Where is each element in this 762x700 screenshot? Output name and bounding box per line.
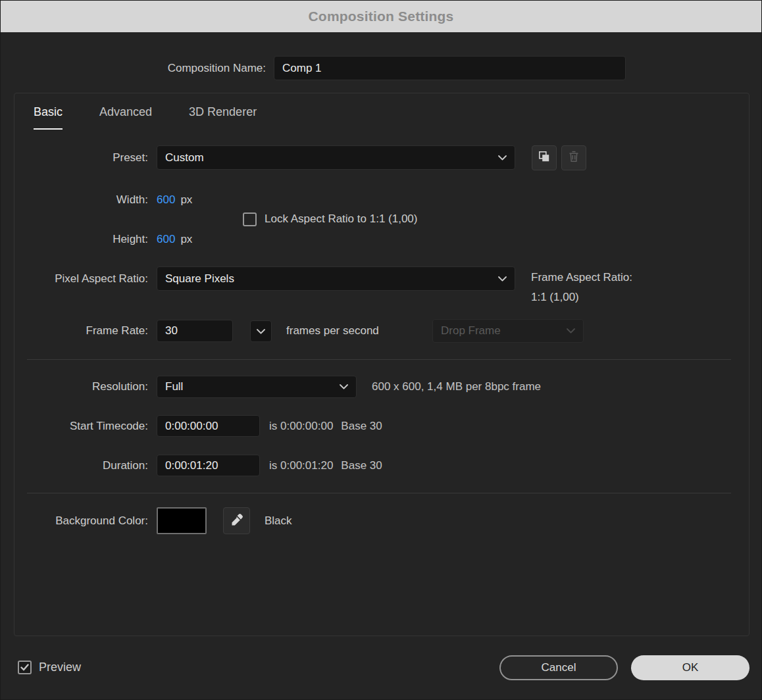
duration-base: Base 30 xyxy=(341,459,382,472)
preview-label: Preview xyxy=(39,661,81,674)
frame-rate-row: Frame Rate: frames per second xyxy=(1,320,379,342)
drop-frame-dropdown[interactable]: Drop Frame xyxy=(432,319,584,343)
preset-row: Preset: Custom xyxy=(1,145,586,170)
preview-toggle: Preview xyxy=(18,661,81,674)
duration-row: Duration: is 0:00:01:20 Base 30 xyxy=(1,455,382,476)
start-timecode-info: is 0:00:00:00 xyxy=(269,420,333,433)
frame-rate-input[interactable] xyxy=(157,320,233,342)
chevron-down-icon xyxy=(340,384,348,389)
background-color-name: Black xyxy=(265,514,292,528)
divider xyxy=(27,493,731,493)
preset-value: Custom xyxy=(165,151,204,164)
tab-bar: Basic Advanced 3D Renderer xyxy=(34,105,257,130)
composition-name-row: Composition Name: xyxy=(1,56,626,80)
resolution-label: Resolution: xyxy=(1,380,148,393)
tab-advanced[interactable]: Advanced xyxy=(99,105,152,130)
lock-aspect-label: Lock Aspect Ratio to 1:1 (1,00) xyxy=(265,213,417,226)
background-color-row: Background Color: Black xyxy=(1,507,292,534)
frame-rate-label: Frame Rate: xyxy=(1,324,148,338)
frame-rate-suffix: frames per second xyxy=(286,324,379,338)
frame-aspect-value: 1:1 (1,00) xyxy=(531,288,632,307)
height-unit: px xyxy=(180,233,192,246)
frame-aspect-block: Frame Aspect Ratio: 1:1 (1,00) xyxy=(531,268,632,307)
start-timecode-base: Base 30 xyxy=(341,420,382,433)
ok-button[interactable]: OK xyxy=(631,655,749,680)
pixel-aspect-row: Pixel Aspect Ratio: Square Pixels xyxy=(1,266,515,291)
resolution-value: Full xyxy=(165,380,183,393)
pixel-aspect-label: Pixel Aspect Ratio: xyxy=(1,272,148,286)
width-label: Width: xyxy=(1,193,148,207)
chevron-down-icon xyxy=(498,276,507,282)
tab-basic[interactable]: Basic xyxy=(34,105,63,130)
composition-name-label: Composition Name: xyxy=(1,62,266,75)
trash-icon xyxy=(567,150,580,166)
start-timecode-label: Start Timecode: xyxy=(1,420,148,433)
resolution-row: Resolution: Full 600 x 600, 1,4 MB per 8… xyxy=(1,376,541,398)
height-label: Height: xyxy=(1,233,148,246)
height-value[interactable]: 600 xyxy=(157,233,175,246)
width-value[interactable]: 600 xyxy=(157,193,175,207)
background-color-swatch[interactable] xyxy=(157,507,207,534)
dialog-title: Composition Settings xyxy=(309,9,454,24)
duration-label: Duration: xyxy=(1,459,148,472)
pixel-aspect-dropdown[interactable]: Square Pixels xyxy=(157,266,515,291)
delete-preset-button[interactable] xyxy=(561,145,586,170)
preset-label: Preset: xyxy=(1,151,148,164)
width-unit: px xyxy=(180,193,192,207)
pixel-aspect-value: Square Pixels xyxy=(165,272,234,286)
duration-info: is 0:00:01:20 xyxy=(269,459,333,472)
cancel-button[interactable]: Cancel xyxy=(499,655,618,680)
start-timecode-input[interactable] xyxy=(157,415,260,437)
lock-aspect-checkbox[interactable] xyxy=(243,213,257,226)
lock-aspect-row: Lock Aspect Ratio to 1:1 (1,00) xyxy=(243,211,417,227)
chevron-down-icon xyxy=(257,325,265,337)
frame-rate-dropdown-button[interactable] xyxy=(250,320,272,342)
preview-checkbox[interactable] xyxy=(18,661,32,674)
frame-aspect-label: Frame Aspect Ratio: xyxy=(531,268,632,288)
divider xyxy=(27,359,731,360)
background-color-label: Background Color: xyxy=(1,514,148,528)
title-bar[interactable]: Composition Settings xyxy=(1,1,761,32)
settings-group-border xyxy=(14,93,749,636)
preset-dropdown[interactable]: Custom xyxy=(157,145,515,170)
chevron-down-icon xyxy=(498,155,507,161)
tab-3d-renderer[interactable]: 3D Renderer xyxy=(189,105,257,130)
drop-frame-value: Drop Frame xyxy=(441,324,501,338)
eyedropper-button[interactable] xyxy=(223,507,250,534)
composition-name-input[interactable] xyxy=(274,56,626,80)
resolution-info: 600 x 600, 1,4 MB per 8bpc frame xyxy=(372,380,541,393)
eyedropper-icon xyxy=(230,513,243,529)
new-preset-icon xyxy=(538,150,551,166)
start-timecode-row: Start Timecode: is 0:00:00:00 Base 30 xyxy=(1,415,382,437)
chevron-down-icon xyxy=(567,328,575,334)
width-row: Width: 600 px xyxy=(1,192,192,208)
save-preset-button[interactable] xyxy=(532,145,557,170)
height-row: Height: 600 px xyxy=(1,232,192,247)
duration-input[interactable] xyxy=(157,455,260,476)
resolution-dropdown[interactable]: Full xyxy=(157,376,357,398)
composition-settings-dialog: Composition Settings Composition Name: B… xyxy=(0,0,762,700)
